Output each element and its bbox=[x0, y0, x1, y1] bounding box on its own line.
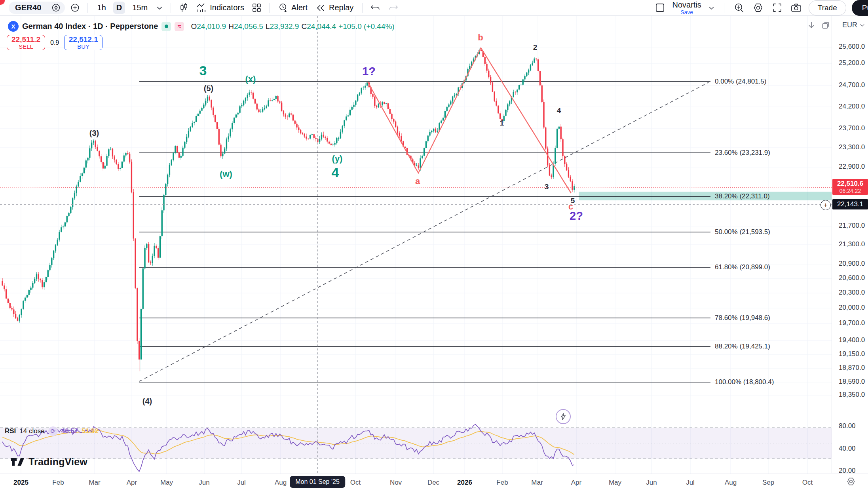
settings-button[interactable] bbox=[751, 1, 765, 14]
fib-level-label: 61.80% (20,899.0) bbox=[715, 263, 770, 271]
symbol-title[interactable]: German 40 Index · 1D · Pepperstone bbox=[22, 22, 158, 31]
toolbar-separator bbox=[171, 3, 171, 13]
symbol-search-button[interactable]: GER40 bbox=[9, 2, 65, 14]
chart-legend: X German 40 Index · 1D · Pepperstone ≈ O… bbox=[8, 21, 395, 32]
close-value: 24,044.4 bbox=[307, 22, 336, 30]
price-axis-tick: 20,000.0 bbox=[839, 304, 865, 312]
chart-header-right: EUR bbox=[807, 21, 865, 29]
fib-level-label: 23.60% (23,231.9) bbox=[715, 149, 770, 157]
reset-view-icon[interactable] bbox=[822, 21, 830, 29]
alert-label: Alert bbox=[291, 3, 308, 12]
layout-chevron-icon[interactable] bbox=[707, 4, 716, 11]
price-axis-tick: 23,700.0 bbox=[839, 124, 865, 132]
elliott-wave-label: 4 bbox=[332, 165, 339, 180]
fib-level-label: 38.20% (22,311.0) bbox=[715, 192, 770, 200]
publish-button[interactable]: Pu bbox=[852, 0, 868, 16]
tradingview-logo-text: TradingView bbox=[28, 456, 87, 468]
time-axis-label: Feb bbox=[52, 479, 64, 487]
replay-icon bbox=[316, 4, 326, 12]
open-value: 24,010.9 bbox=[197, 22, 226, 30]
redo-button[interactable] bbox=[386, 2, 400, 13]
time-axis-label: Aug bbox=[275, 479, 287, 487]
ohlc-values: O24,010.9 H24,056.5 L23,932.9 C24,044.4 … bbox=[191, 22, 394, 31]
screenshot-camera-button[interactable] bbox=[789, 2, 803, 14]
fullscreen-button[interactable] bbox=[771, 1, 784, 14]
layout-name-button[interactable]: Novartis Save bbox=[672, 1, 701, 15]
rsi-main-value: 46.57 bbox=[61, 427, 78, 435]
rsi-axis-tick: 80.00 bbox=[839, 422, 856, 430]
time-axis-settings-icon[interactable] bbox=[846, 477, 856, 486]
currency-chevron-icon bbox=[860, 23, 865, 27]
time-axis-label: Oct bbox=[350, 479, 361, 487]
change-value: +105.0 (+0.44%) bbox=[338, 22, 395, 31]
rsi-refresh-icon[interactable]: ⟳ bbox=[48, 426, 58, 436]
time-axis-label: Feb bbox=[496, 479, 508, 487]
time-axis-label: Aug bbox=[725, 479, 737, 487]
tradingview-logo[interactable]: TradingView bbox=[11, 456, 87, 468]
symbol-name: GER40 bbox=[15, 3, 42, 12]
price-axis-tick: 20,600.0 bbox=[839, 274, 865, 282]
toolbar-left: GER40 1h D 15m bbox=[0, 0, 400, 15]
price-axis[interactable]: 25,600.025,200.024,700.024,200.023,700.0… bbox=[832, 15, 868, 473]
time-axis-label: May bbox=[160, 479, 173, 487]
market-open-badge[interactable] bbox=[161, 22, 171, 31]
timeframe-1h-button[interactable]: 1h bbox=[94, 2, 109, 14]
time-axis-label: Mar bbox=[89, 479, 100, 487]
layout-save-link[interactable]: Save bbox=[680, 10, 693, 15]
undo-button[interactable] bbox=[369, 2, 382, 13]
rsi-legend: RSI 14 close ⟳ 46.57 51.92 bbox=[5, 426, 99, 436]
flash-pattern-icon[interactable] bbox=[556, 409, 571, 424]
trade-button[interactable]: Trade bbox=[809, 0, 846, 15]
timeframe-chevron-icon[interactable] bbox=[155, 4, 164, 11]
replay-button[interactable]: Replay bbox=[314, 3, 356, 13]
time-axis-label: Dec bbox=[427, 479, 439, 487]
fib-level-label: 0.00% (24,801.5) bbox=[715, 78, 766, 86]
quick-search-button[interactable] bbox=[732, 1, 746, 15]
watchlist-flag-icon[interactable] bbox=[52, 4, 60, 12]
symbol-logo[interactable]: X bbox=[8, 21, 19, 32]
price-axis-tick: 24,200.0 bbox=[839, 103, 865, 110]
rsi-axis-tick: 40.00 bbox=[839, 445, 856, 453]
time-axis-label: May bbox=[609, 479, 621, 487]
price-axis-tick: 22,900.0 bbox=[839, 163, 865, 171]
sell-button[interactable]: 22,511.2 SELL bbox=[7, 35, 45, 50]
toolbar-separator bbox=[362, 3, 363, 13]
buy-label: BUY bbox=[77, 44, 89, 50]
elliott-wave-label: a bbox=[415, 176, 420, 187]
tradingview-logo-icon bbox=[11, 457, 25, 467]
price-axis-tick: 21,300.0 bbox=[839, 240, 865, 248]
add-order-plus-button[interactable]: + bbox=[821, 200, 831, 210]
buy-button[interactable]: 22,512.1 BUY bbox=[64, 35, 103, 50]
time-axis-label: 2025 bbox=[13, 479, 28, 487]
buy-price: 22,512.1 bbox=[69, 36, 98, 44]
compare-add-symbol-button[interactable] bbox=[69, 2, 81, 14]
price-axis-tick: 18,590.0 bbox=[839, 378, 865, 386]
timeframe-1d-button[interactable]: D bbox=[113, 2, 125, 14]
price-axis-tick: 24,700.0 bbox=[839, 81, 865, 89]
price-axis-tick: 20,300.0 bbox=[839, 289, 865, 297]
price-axis-tick: 19,700.0 bbox=[839, 319, 865, 327]
elliott-wave-label: b bbox=[478, 32, 483, 43]
crosshair-date-tooltip: Mon 01 Sep '25 bbox=[290, 476, 345, 488]
chart-style-candles-button[interactable] bbox=[177, 1, 190, 15]
rsi-title[interactable]: RSI bbox=[5, 427, 16, 435]
alert-button[interactable]: Alert bbox=[276, 2, 310, 13]
market-open-dot bbox=[165, 25, 168, 28]
elliott-wave-label: (y) bbox=[332, 154, 343, 164]
layout-select-button[interactable] bbox=[653, 1, 667, 14]
price-axis-tick: 21,700.0 bbox=[839, 222, 865, 230]
timeframe-15m-button[interactable]: 15m bbox=[129, 2, 151, 14]
time-axis[interactable]: 2025FebMarAprMayJunJulAugOctNovDec2026Fe… bbox=[0, 474, 868, 491]
scroll-to-recent-icon[interactable] bbox=[807, 21, 815, 29]
elliott-wave-label: 2? bbox=[570, 209, 583, 223]
toolbar-separator bbox=[269, 3, 270, 13]
toolbar-separator bbox=[87, 3, 88, 13]
templates-grid-button[interactable] bbox=[251, 2, 263, 14]
rsi-signal-value: 51.92 bbox=[82, 427, 99, 435]
currency-selector[interactable]: EUR bbox=[842, 21, 865, 29]
indicators-button[interactable]: Indicators bbox=[194, 3, 247, 13]
price-chart-canvas[interactable] bbox=[0, 0, 832, 491]
indicators-label: Indicators bbox=[210, 3, 244, 12]
delayed-data-badge[interactable]: ≈ bbox=[175, 22, 184, 31]
fib-level-label: 88.20% (19,425.1) bbox=[715, 343, 770, 350]
